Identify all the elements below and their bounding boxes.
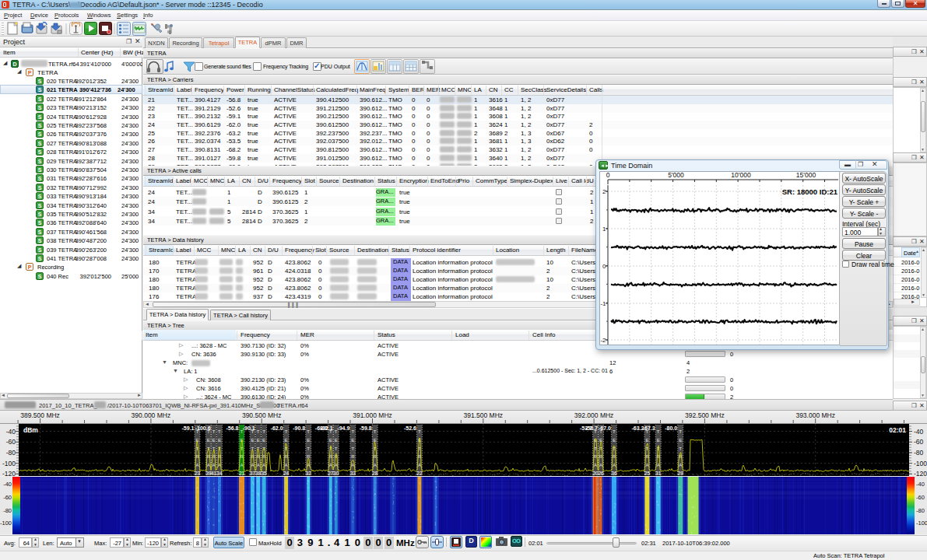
- svg-text:34: 34: [216, 471, 223, 476]
- svg-text:28: 28: [372, 471, 378, 476]
- svg-text:-100: -100: [2, 460, 16, 467]
- svg-text:-100: -100: [914, 460, 927, 467]
- svg-text:389.500 MHz: 389.500 MHz: [20, 411, 60, 419]
- svg-text:-40: -40: [914, 428, 924, 436]
- svg-text:T: T: [285, 429, 288, 434]
- svg-text:02:01: 02:01: [889, 426, 906, 434]
- svg-text:A: A: [329, 463, 332, 467]
- svg-text:E: E: [679, 438, 682, 443]
- svg-text:T: T: [307, 446, 310, 451]
- svg-text:A: A: [262, 463, 265, 467]
- svg-text:E: E: [374, 438, 377, 443]
- svg-text:-94.9: -94.9: [337, 425, 349, 431]
- svg-text:A: A: [212, 463, 216, 467]
- svg-text:-82.1: -82.1: [321, 425, 333, 431]
- svg-text:30: 30: [333, 471, 339, 476]
- svg-text:-2: -2: [600, 337, 606, 344]
- svg-text:dBm: dBm: [23, 426, 38, 434]
- svg-text:E: E: [657, 438, 660, 443]
- svg-text:5'000: 5'000: [668, 172, 684, 179]
- svg-text:T: T: [351, 429, 354, 434]
- svg-text:10'000: 10'000: [731, 172, 751, 179]
- svg-text:E: E: [613, 438, 616, 443]
- svg-text:A: A: [374, 463, 377, 467]
- svg-text:E: E: [218, 438, 221, 443]
- svg-text:SR: 18000 ID:21: SR: 18000 ID:21: [782, 187, 838, 196]
- svg-text:A: A: [418, 463, 421, 467]
- svg-text:393.000 MHz: 393.000 MHz: [795, 411, 835, 419]
- svg-text:0: 0: [606, 172, 610, 179]
- svg-text:-80.0: -80.0: [665, 425, 677, 431]
- svg-text:E: E: [307, 438, 310, 443]
- svg-text:-62.0: -62.0: [271, 425, 283, 431]
- svg-text:A: A: [594, 463, 597, 467]
- svg-text:-1: -1: [600, 300, 606, 307]
- svg-text:T: T: [262, 429, 265, 434]
- svg-text:35: 35: [261, 471, 267, 476]
- svg-text:T: T: [212, 429, 216, 434]
- svg-text:-90.8: -90.8: [293, 425, 305, 431]
- svg-text:T: T: [613, 429, 616, 434]
- svg-text:-90.1: -90.1: [243, 425, 255, 431]
- svg-text:T: T: [335, 446, 338, 451]
- svg-text:-80: -80: [6, 449, 16, 457]
- svg-text:392.500 MHz: 392.500 MHz: [685, 411, 725, 419]
- svg-text:T: T: [679, 429, 682, 434]
- svg-text:E: E: [212, 438, 216, 443]
- svg-text:390.000 MHz: 390.000 MHz: [132, 411, 171, 419]
- svg-text:T: T: [679, 446, 682, 451]
- svg-text:21: 21: [239, 471, 245, 476]
- svg-text:A: A: [207, 463, 210, 467]
- svg-text:390.500 MHz: 390.500 MHz: [242, 411, 282, 419]
- svg-text:A: A: [251, 463, 254, 467]
- svg-text:R: R: [351, 454, 355, 459]
- svg-text:E: E: [645, 438, 648, 443]
- svg-text:-67.3: -67.3: [643, 425, 655, 431]
- svg-text:T: T: [218, 429, 221, 434]
- svg-text:-60: -60: [6, 438, 16, 446]
- svg-text:33: 33: [350, 471, 356, 476]
- svg-text:A: A: [679, 463, 682, 467]
- svg-text:A: A: [240, 463, 243, 467]
- svg-text:E: E: [207, 438, 210, 443]
- svg-text:391.500 MHz: 391.500 MHz: [464, 411, 504, 419]
- svg-text:A: A: [613, 463, 616, 467]
- svg-text:E: E: [262, 438, 265, 443]
- svg-text:E: E: [257, 438, 260, 443]
- svg-text:E: E: [335, 438, 338, 443]
- svg-text:E: E: [351, 438, 354, 443]
- svg-text:29: 29: [678, 471, 684, 476]
- svg-text:T: T: [351, 446, 354, 451]
- svg-text:E: E: [251, 438, 254, 443]
- svg-text:-56.8: -56.8: [226, 425, 239, 431]
- svg-text:-40: -40: [6, 428, 16, 436]
- svg-text:A: A: [599, 463, 602, 467]
- svg-text:-52.6: -52.6: [404, 425, 416, 431]
- svg-text:15'000: 15'000: [796, 172, 816, 179]
- svg-text:T: T: [657, 429, 660, 434]
- svg-text:T: T: [257, 429, 260, 434]
- svg-text:-120: -120: [914, 470, 927, 476]
- svg-text:A: A: [257, 463, 260, 467]
- svg-text:E: E: [285, 438, 288, 443]
- svg-text:392.000 MHz: 392.000 MHz: [574, 411, 614, 419]
- svg-text:31: 31: [655, 471, 662, 476]
- svg-text:25: 25: [644, 471, 651, 476]
- svg-text:-67.0: -67.0: [599, 425, 611, 431]
- svg-text:-120: -120: [2, 470, 16, 476]
- svg-text:T: T: [307, 429, 310, 434]
- svg-text:-59.1: -59.1: [182, 425, 195, 431]
- svg-text:T: T: [418, 429, 421, 434]
- svg-text:A: A: [285, 463, 288, 467]
- svg-text:A: A: [195, 463, 198, 467]
- svg-text:A: A: [645, 463, 648, 467]
- svg-text:32: 32: [306, 471, 312, 476]
- svg-text:24: 24: [283, 471, 290, 476]
- svg-text:391.000 MHz: 391.000 MHz: [353, 411, 392, 419]
- svg-text:26: 26: [598, 471, 604, 476]
- svg-text:-58.7: -58.7: [585, 425, 598, 431]
- svg-text:36: 36: [611, 471, 617, 476]
- svg-text:-60: -60: [914, 438, 924, 446]
- svg-text:22: 22: [416, 471, 423, 476]
- svg-text:-100.6: -100.6: [195, 425, 211, 431]
